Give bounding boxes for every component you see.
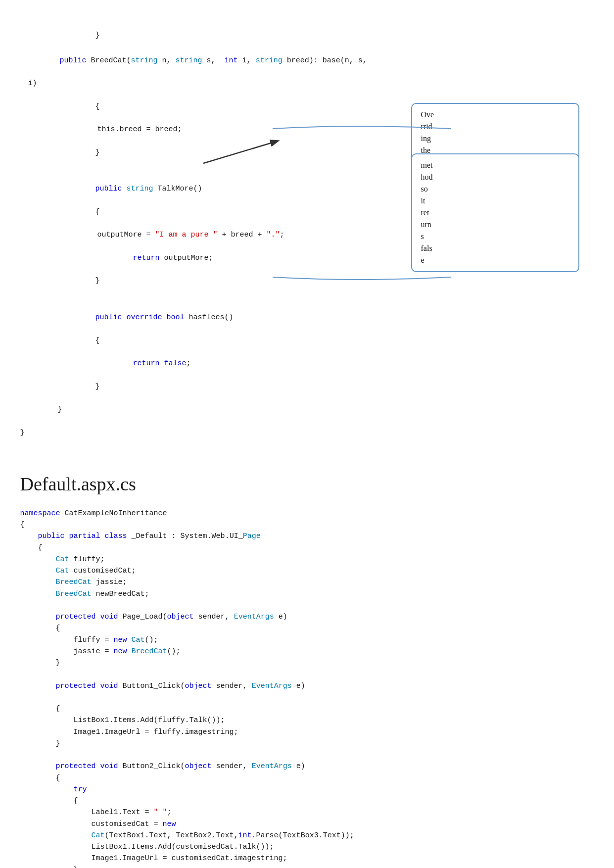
- callout-box-bottom: methodsoitreturnsfalse: [411, 153, 579, 272]
- code-line-14: }: [20, 659, 60, 667]
- code-line-29: Cat(TextBox1.Text, TextBox2.Text,int.Par…: [20, 831, 354, 840]
- code-line-24: {: [20, 774, 60, 782]
- code-line-8: BreedCat newBreedCat;: [20, 590, 149, 598]
- code-line-2: {: [20, 521, 25, 529]
- code-line-19: ListBox1.Items.Add(fluffy.Talk());: [20, 716, 225, 724]
- code-line-25: try: [20, 785, 87, 794]
- main-code-block: namespace CatExampleNoInheritance { publ…: [20, 508, 594, 868]
- code-line-7: BreedCat jassie;: [20, 578, 127, 586]
- code-line-1: namespace CatExampleNoInheritance: [20, 509, 167, 518]
- top-code-section: } public BreedCat(string n, string s, in…: [20, 30, 594, 450]
- code-line-23: protected void Button2_Click(object send…: [20, 762, 305, 771]
- code-line-6: Cat customisedCat;: [20, 567, 136, 575]
- code-line-3: public partial class _Default : System.W…: [20, 532, 261, 540]
- callout-text-bottom: methodsoitreturnsfalse: [421, 161, 433, 264]
- code-line-16: protected void Button1_Click(object send…: [20, 682, 305, 690]
- code-line-13: jassie = new BreedCat();: [20, 647, 181, 656]
- code-line-30: ListBox1.Items.Add(customisedCat.Talk())…: [20, 843, 274, 851]
- code-line-20: Image1.ImageUrl = fluffy.imagestring;: [20, 728, 238, 736]
- code-line-26: {: [20, 797, 78, 805]
- section-title: Default.aspx.cs: [20, 470, 594, 499]
- code-line-11: {: [20, 624, 60, 632]
- code-line-27: Label1.Text = " ";: [20, 808, 172, 817]
- code-line-28: customisedCat = new: [20, 820, 176, 828]
- code-line-32: }: [20, 866, 78, 868]
- code-line-10: protected void Page_Load(object sender, …: [20, 613, 287, 621]
- callout-text-top: Overridingthe: [421, 110, 434, 154]
- code-line-31: Image1.ImageUrl = customisedCat.imagestr…: [20, 854, 287, 863]
- code-line-12: fluffy = new Cat();: [20, 636, 158, 644]
- code-line-18: {: [20, 705, 60, 713]
- code-line-21: }: [20, 739, 60, 748]
- code-line-4: {: [20, 544, 43, 552]
- page-wrapper: } public BreedCat(string n, string s, in…: [20, 30, 594, 868]
- code-line-5: Cat fluffy;: [20, 555, 105, 564]
